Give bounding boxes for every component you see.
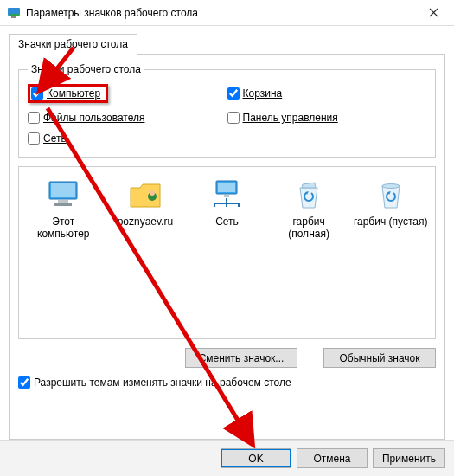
svg-point-8 (150, 190, 155, 196)
group-desktop-icons: Значки рабочего стола Компьютер Корзина … (18, 63, 436, 158)
user-folder-icon (107, 177, 183, 212)
highlight-computer: Компьютер (28, 84, 108, 103)
checkbox-label-controlpanel[interactable]: Панель управления (243, 112, 338, 124)
icon-this-pc[interactable]: Этот компьютер (25, 177, 101, 240)
recycle-empty-icon (353, 177, 429, 212)
icon-label: гарбич (полная) (271, 215, 347, 240)
svg-rect-6 (54, 203, 72, 206)
svg-rect-1 (9, 14, 19, 16)
checkbox-network[interactable] (28, 132, 40, 145)
computer-icon (25, 177, 101, 212)
ok-button[interactable]: OK (221, 448, 291, 468)
svg-rect-11 (224, 195, 229, 197)
svg-rect-10 (218, 183, 235, 192)
icon-label: Сеть (189, 215, 265, 228)
icon-label: Этот компьютер (25, 215, 101, 240)
checkbox-label-recycle[interactable]: Корзина (243, 87, 283, 100)
tab-desktop-icons[interactable]: Значки рабочего стола (9, 34, 137, 55)
svg-point-12 (382, 184, 400, 189)
icon-preview-box: Этот компьютер poznyaev.ru (18, 166, 436, 339)
checkbox-label-computer[interactable]: Компьютер (47, 87, 100, 100)
checkbox-label-userfiles[interactable]: Файлы пользователя (43, 112, 144, 124)
app-icon (7, 6, 21, 20)
icon-recycle-full[interactable]: гарбич (полная) (271, 177, 347, 240)
icon-label: poznyaev.ru (107, 215, 183, 228)
icon-recycle-empty[interactable]: гарбич (пустая) (353, 177, 429, 228)
group-legend: Значки рабочего стола (28, 63, 144, 75)
change-icon-button[interactable]: Сменить значок... (185, 348, 297, 368)
close-button[interactable] (416, 1, 451, 25)
checkbox-allow-themes[interactable] (18, 376, 30, 389)
checkbox-computer[interactable] (31, 87, 43, 100)
recycle-full-icon (271, 177, 347, 212)
apply-button[interactable]: Применить (373, 448, 445, 468)
network-icon (189, 177, 265, 212)
svg-rect-5 (58, 200, 68, 203)
checkbox-recycle[interactable] (227, 87, 240, 100)
svg-rect-2 (11, 16, 16, 18)
checkbox-label-allow-themes[interactable]: Разрешить темам изменять значки на рабоч… (34, 376, 291, 389)
window-title: Параметры значков рабочего стола (26, 7, 416, 19)
checkbox-label-network[interactable]: Сеть (43, 132, 67, 145)
icon-user[interactable]: poznyaev.ru (107, 177, 183, 228)
default-icon-button[interactable]: Обычный значок (323, 348, 436, 368)
svg-rect-4 (51, 183, 75, 197)
icon-network[interactable]: Сеть (189, 177, 265, 228)
checkbox-userfiles[interactable] (28, 112, 40, 124)
cancel-button[interactable]: Отмена (297, 448, 368, 468)
checkbox-controlpanel[interactable] (227, 112, 240, 124)
icon-label: гарбич (пустая) (353, 215, 429, 228)
